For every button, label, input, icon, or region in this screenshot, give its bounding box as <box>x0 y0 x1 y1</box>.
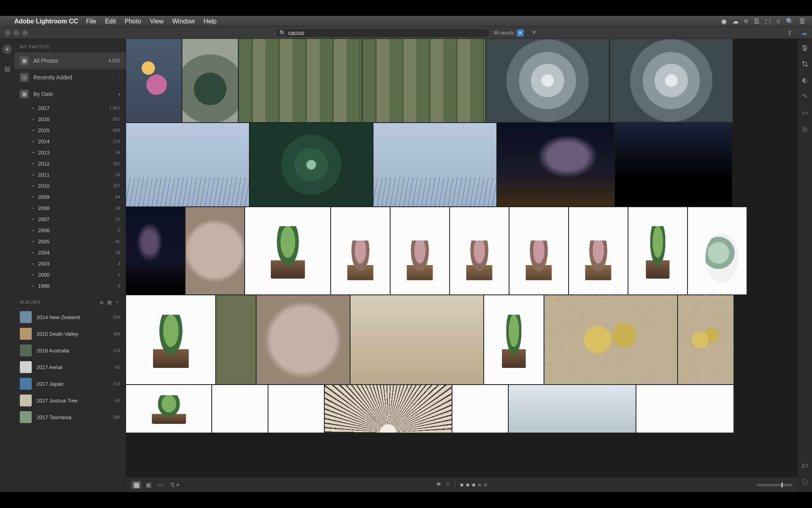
albums-grid-view-icon[interactable]: ▦ <box>107 299 112 305</box>
photo-thumbnail[interactable] <box>182 39 238 122</box>
year-row[interactable]: 20065 <box>14 225 126 236</box>
photo-thumbnail[interactable] <box>239 39 362 122</box>
photo-thumbnail[interactable] <box>484 295 544 384</box>
year-row[interactable]: 19989 <box>14 280 126 291</box>
status-icon[interactable]: ☁ <box>732 17 739 25</box>
photo-thumbnail[interactable] <box>268 385 324 433</box>
photo-thumbnail[interactable] <box>245 207 330 294</box>
photo-thumbnail[interactable] <box>509 207 568 294</box>
star-icon[interactable]: ★ <box>477 481 482 489</box>
photo-thumbnail[interactable] <box>610 39 733 122</box>
year-row[interactable]: 2014215 <box>14 136 126 147</box>
menu-window[interactable]: Window <box>172 18 195 25</box>
photo-thumbnail[interactable] <box>325 385 452 433</box>
spotlight-icon[interactable]: 🔍 <box>786 17 794 25</box>
photo-thumbnail[interactable] <box>486 39 609 122</box>
cloud-sync-icon[interactable]: ☁ <box>801 29 807 37</box>
photo-thumbnail[interactable] <box>509 385 636 433</box>
photo-thumbnail[interactable] <box>544 295 677 384</box>
view-grid-icon[interactable]: ▦ <box>132 481 141 489</box>
photo-thumbnail[interactable] <box>257 295 350 384</box>
photo-thumbnail[interactable] <box>452 385 508 433</box>
album-row[interactable]: 2017 Aerial42 <box>14 359 126 375</box>
photo-thumbnail[interactable] <box>678 295 733 384</box>
minimize-window-button[interactable] <box>13 30 19 36</box>
photo-thumbnail[interactable] <box>373 123 496 206</box>
albums-list-view-icon[interactable]: ≣ <box>100 299 104 305</box>
search-field[interactable]: 🔍 <box>276 28 490 38</box>
year-row[interactable]: 200824 <box>14 202 126 214</box>
album-row[interactable]: 2017 Joshua Tree65 <box>14 392 126 409</box>
year-row[interactable]: 200541 <box>14 236 126 247</box>
photo-thumbnail[interactable] <box>250 123 373 206</box>
year-row[interactable]: 20033 <box>14 258 126 269</box>
menu-photo[interactable]: Photo <box>124 18 141 25</box>
share-icon[interactable]: ⇪ <box>787 29 792 37</box>
year-row[interactable]: 200964 <box>14 191 126 202</box>
year-row[interactable]: 200721 <box>14 214 126 225</box>
photo-grid[interactable] <box>126 39 798 477</box>
star-icon[interactable]: ★ <box>471 481 476 489</box>
crop-icon[interactable] <box>801 60 808 67</box>
photo-thumbnail[interactable] <box>126 385 211 433</box>
album-row[interactable]: 2015 Death Valley300 <box>14 325 126 342</box>
year-row[interactable]: 2016891 <box>14 114 126 125</box>
star-icon[interactable]: ★ <box>465 481 470 489</box>
flag-reject-icon[interactable]: ⚐ <box>445 481 451 489</box>
album-row[interactable]: 2014 New Zealand205 <box>14 309 126 325</box>
photo-thumbnail[interactable] <box>126 207 185 294</box>
photo-thumbnail[interactable] <box>350 295 483 384</box>
status-icon[interactable]: ⌂ <box>776 17 780 25</box>
status-icon[interactable]: ⎋ <box>744 17 748 25</box>
photo-thumbnail[interactable] <box>450 207 509 294</box>
photo-thumbnail[interactable] <box>628 207 687 294</box>
year-row[interactable]: 2010107 <box>14 180 126 191</box>
album-row[interactable]: 2017 Tasmania185 <box>14 409 126 425</box>
status-icon[interactable]: ☰ <box>754 17 759 25</box>
view-square-icon[interactable]: ▣ <box>144 481 153 489</box>
radial-gradient-icon[interactable]: ◎ <box>802 125 808 133</box>
view-detail-icon[interactable]: ▭ <box>155 481 165 489</box>
my-photos-panel-button[interactable]: ▤ <box>2 64 12 73</box>
sidebar-item-all-photos[interactable]: ▦ All Photos 4,020 <box>14 52 126 69</box>
album-row[interactable]: 2017 Japan153 <box>14 375 126 392</box>
photo-thumbnail[interactable] <box>391 207 449 294</box>
status-icon[interactable]: ⬚ <box>765 17 771 25</box>
photo-thumbnail[interactable] <box>186 207 244 294</box>
year-row[interactable]: 200418 <box>14 247 126 258</box>
add-photos-button[interactable]: ＋ <box>2 44 12 54</box>
star-icon[interactable]: ★ <box>459 481 464 489</box>
photo-thumbnail[interactable] <box>212 385 268 433</box>
photo-thumbnail[interactable] <box>615 123 732 206</box>
rating-stars[interactable]: ★ ★ ★ ★ ★ <box>459 481 488 489</box>
add-album-icon[interactable]: ＋ <box>115 298 120 306</box>
photo-thumbnail[interactable] <box>126 39 182 122</box>
photo-thumbnail[interactable] <box>688 207 747 294</box>
menubar-app-name[interactable]: Adobe Lightroom CC <box>14 18 78 25</box>
thumbnail-size-slider[interactable] <box>756 484 792 486</box>
menu-file[interactable]: File <box>86 18 96 25</box>
year-row[interactable]: 2015698 <box>14 125 126 136</box>
menu-edit[interactable]: Edit <box>105 18 116 25</box>
photo-thumbnail[interactable] <box>569 207 628 294</box>
search-input[interactable] <box>288 30 486 36</box>
year-row[interactable]: 20001 <box>14 269 126 280</box>
album-row[interactable]: 2016 Australia124 <box>14 342 126 359</box>
filter-icon[interactable]: ⧩ <box>532 29 536 36</box>
year-row[interactable]: 20171,661 <box>14 102 126 114</box>
menu-view[interactable]: View <box>150 18 163 25</box>
photo-thumbnail[interactable] <box>331 207 390 294</box>
flag-pick-icon[interactable]: ⚑ <box>436 481 441 489</box>
year-row[interactable]: 2012181 <box>14 158 126 169</box>
keywords-icon[interactable]: 🏷 <box>802 462 808 470</box>
brush-icon[interactable]: ✎ <box>802 92 808 100</box>
photo-thumbnail[interactable] <box>216 295 256 384</box>
photo-thumbnail[interactable] <box>126 295 215 384</box>
menu-help[interactable]: Help <box>203 18 216 25</box>
info-icon[interactable]: ⓘ <box>802 478 808 487</box>
photo-thumbnail[interactable] <box>126 123 249 206</box>
photo-thumbnail[interactable] <box>362 39 485 122</box>
sort-button[interactable]: ⇅ ▾ <box>170 482 179 488</box>
close-window-button[interactable] <box>5 30 10 36</box>
sidebar-item-recently-added[interactable]: ◷ Recently Added › <box>14 69 126 86</box>
